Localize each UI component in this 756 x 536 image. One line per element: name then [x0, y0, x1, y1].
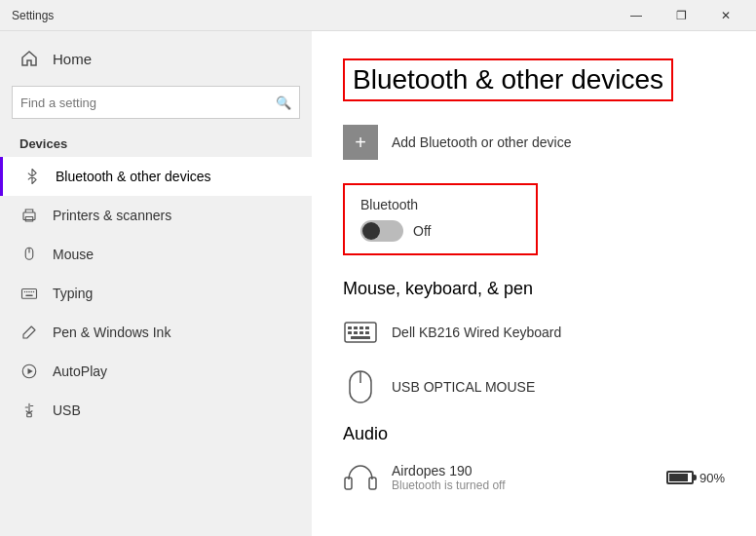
bluetooth-toggle[interactable]	[360, 220, 403, 242]
add-device-row[interactable]: + Add Bluetooth or other device	[343, 125, 725, 160]
sidebar-item-label-mouse: Mouse	[53, 247, 94, 262]
keyboard-device-name: Dell KB216 Wired Keyboard	[392, 325, 561, 340]
search-icon: 🔍	[276, 96, 291, 110]
sidebar-item-label-printers: Printers & scanners	[53, 208, 171, 223]
svg-rect-18	[354, 326, 358, 329]
svg-rect-21	[348, 331, 352, 334]
mouse-keyboard-section-title: Mouse, keyboard, & pen	[343, 279, 725, 299]
mouse-device-name: USB OPTICAL MOUSE	[392, 379, 535, 395]
search-input[interactable]	[20, 96, 276, 110]
audio-section-title: Audio	[343, 424, 725, 444]
svg-rect-4	[22, 289, 37, 299]
sidebar-item-label-usb: USB	[53, 402, 81, 418]
keyboard-device-row: Dell KB216 Wired Keyboard	[343, 315, 725, 350]
bluetooth-icon	[22, 167, 42, 186]
app-body: Home 🔍 Devices Bluetooth & other devices	[0, 31, 756, 536]
home-label: Home	[53, 51, 92, 67]
battery-icon	[666, 471, 694, 484]
battery-indicator: 90%	[666, 471, 725, 485]
svg-rect-1	[25, 217, 33, 222]
sidebar-item-bluetooth[interactable]: Bluetooth & other devices	[0, 157, 312, 196]
main-content: Bluetooth & other devices + Add Bluetoot…	[312, 31, 756, 536]
airdopes-device-row: Airdopes 190 Bluetooth is turned off 90%	[343, 460, 725, 495]
svg-rect-24	[365, 331, 369, 334]
sidebar-item-pen[interactable]: Pen & Windows Ink	[0, 313, 312, 352]
pen-icon	[19, 323, 39, 342]
svg-rect-20	[365, 326, 369, 329]
sidebar-item-usb[interactable]: USB	[0, 391, 312, 430]
airdopes-device-name: Airdopes 190	[392, 463, 506, 479]
maximize-button[interactable]: ❐	[659, 0, 703, 31]
battery-fill	[669, 474, 688, 481]
svg-rect-25	[351, 336, 370, 339]
battery-percentage: 90%	[699, 471, 725, 485]
sidebar-item-typing[interactable]: Typing	[0, 274, 312, 313]
sidebar-item-autoplay[interactable]: AutoPlay	[0, 352, 312, 391]
sidebar-item-mouse[interactable]: Mouse	[0, 235, 312, 274]
bluetooth-section: Bluetooth Off	[343, 183, 538, 255]
svg-rect-13	[27, 413, 32, 417]
sidebar-section-label: Devices	[0, 127, 312, 157]
autoplay-icon	[19, 362, 39, 381]
svg-marker-12	[28, 368, 33, 374]
mouse-device-icon	[343, 369, 378, 404]
mouse-device-info: USB OPTICAL MOUSE	[392, 379, 535, 395]
sidebar-item-label-autoplay: AutoPlay	[53, 364, 107, 379]
svg-rect-23	[359, 331, 363, 334]
add-device-button[interactable]: +	[343, 125, 378, 160]
airdopes-info: Airdopes 190 Bluetooth is turned off	[343, 460, 506, 495]
mouse-icon	[19, 245, 39, 264]
toggle-knob	[362, 222, 380, 240]
home-icon	[19, 49, 39, 68]
sidebar: Home 🔍 Devices Bluetooth & other devices	[0, 31, 312, 536]
usb-icon	[19, 401, 39, 420]
page-title: Bluetooth & other devices	[343, 58, 673, 101]
sidebar-home[interactable]: Home	[0, 39, 312, 78]
keyboard-icon	[343, 315, 378, 350]
window-controls: — ❐ ✕	[614, 0, 748, 31]
airdopes-device-sub: Bluetooth is turned off	[392, 479, 506, 492]
typing-icon	[19, 284, 39, 303]
svg-rect-17	[348, 326, 352, 329]
svg-rect-22	[354, 331, 358, 334]
headphones-icon	[343, 460, 378, 495]
bluetooth-toggle-row: Off	[360, 220, 520, 242]
bluetooth-section-label: Bluetooth	[360, 197, 520, 212]
sidebar-item-printers[interactable]: Printers & scanners	[0, 196, 312, 235]
minimize-button[interactable]: —	[614, 0, 659, 31]
add-device-label: Add Bluetooth or other device	[392, 134, 571, 150]
plus-icon: +	[355, 133, 366, 152]
mouse-device-row: USB OPTICAL MOUSE	[343, 369, 725, 404]
svg-rect-19	[359, 326, 363, 329]
sidebar-item-label-bluetooth: Bluetooth & other devices	[56, 169, 211, 184]
printers-icon	[19, 206, 39, 225]
sidebar-search-box[interactable]: 🔍	[12, 86, 300, 119]
title-bar: Settings — ❐ ✕	[0, 0, 756, 31]
bluetooth-state-label: Off	[413, 223, 431, 239]
sidebar-item-label-typing: Typing	[53, 286, 93, 301]
sidebar-item-label-pen: Pen & Windows Ink	[53, 325, 170, 340]
close-button[interactable]: ✕	[703, 0, 748, 31]
airdopes-device-info: Airdopes 190 Bluetooth is turned off	[392, 463, 506, 492]
app-title: Settings	[12, 9, 54, 22]
keyboard-device-info: Dell KB216 Wired Keyboard	[392, 325, 561, 340]
